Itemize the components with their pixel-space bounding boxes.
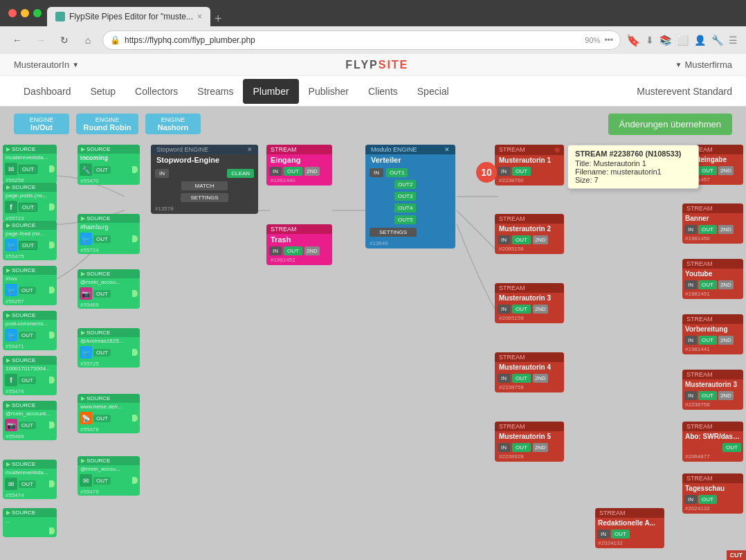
trash-in-btn[interactable]: IN (269, 246, 282, 255)
bookmark-icon[interactable]: 🔖 (626, 34, 640, 47)
chateingabe-2nd-btn[interactable]: 2ND (718, 166, 734, 175)
muster1-in-btn[interactable]: IN (498, 167, 510, 176)
redakt-out-btn[interactable]: OUT (611, 530, 630, 539)
stopword-in-btn[interactable]: IN (155, 169, 169, 178)
trash-2nd-btn[interactable]: 2ND (304, 246, 320, 255)
banner-2nd-btn[interactable]: 2ND (718, 225, 734, 234)
fb-icon: f (5, 201, 17, 213)
tagesschau-in-btn[interactable]: IN (684, 495, 697, 504)
url-text: https://flyphq.com/flyp_plumber.php (125, 35, 581, 45)
stopword-settings-btn[interactable]: SETTINGS (181, 193, 228, 202)
out-badge-1[interactable]: OUT (19, 165, 37, 174)
tab-close-btn[interactable]: × (197, 12, 202, 21)
forward-button[interactable]: → (32, 31, 50, 49)
rstream3-in-btn[interactable]: IN (684, 391, 697, 400)
tagesschau-out-btn[interactable]: OUT (698, 495, 717, 504)
engine-nashorn-btn[interactable]: ENGINE Nashorn (145, 114, 201, 134)
muster2-2nd-btn[interactable]: 2ND (533, 235, 548, 244)
verteiler-out3-btn[interactable]: OUT3 (394, 192, 416, 201)
home-button[interactable]: ⌂ (79, 31, 97, 49)
eingang-2nd-btn[interactable]: 2ND (304, 167, 320, 176)
muster3-in-btn[interactable]: IN (498, 305, 510, 314)
verteiler-in-btn[interactable]: IN (370, 168, 383, 177)
muster2-in-btn[interactable]: IN (498, 235, 510, 244)
verteiler-out2-btn[interactable]: OUT2 (394, 180, 416, 189)
traffic-light-red[interactable] (8, 9, 17, 17)
nav-collectors[interactable]: Collectors (125, 79, 188, 104)
source-header-2: ▶SOURCE (3, 183, 57, 192)
nav-clients[interactable]: Clients (358, 79, 408, 104)
active-tab[interactable]: FlypSite Pipes Editor for "muste... × (47, 7, 210, 26)
source-body-1: mustereventsta... (3, 154, 57, 161)
muster5-in-btn[interactable]: IN (498, 443, 510, 452)
tooltip-popup: STREAM #2238760 (N108533) Title: Mustera… (567, 145, 699, 189)
security-icon: 🔒 (110, 35, 120, 45)
chateingabe-out-btn[interactable]: OUT (698, 166, 717, 175)
traffic-light-green[interactable] (33, 9, 42, 17)
traffic-light-yellow[interactable] (21, 9, 29, 17)
verteiler-out4-btn[interactable]: OUT4 (394, 204, 416, 213)
nav-dashboard[interactable]: Dashboard (14, 79, 81, 104)
tooltip-filename: Filename: musterautorin1 (575, 168, 691, 176)
vorbereitung-in-btn[interactable]: IN (684, 336, 697, 345)
engine-roundrobin-btn[interactable]: ENGINE Round Robin (76, 114, 138, 134)
new-tab-button[interactable]: + (215, 12, 222, 26)
muster1-out-btn[interactable]: OUT (512, 167, 531, 176)
eingang-out-btn[interactable]: OUT (284, 167, 302, 176)
muster3-2nd-btn[interactable]: 2ND (533, 305, 548, 314)
nav-special[interactable]: Special (408, 79, 459, 104)
verteiler-out1-btn[interactable]: OUT1 (386, 168, 408, 177)
banner-in-btn[interactable]: IN (684, 225, 697, 234)
company-menu[interactable]: ▼ Musterfirma (675, 60, 732, 70)
stopword-match-btn[interactable]: MATCH (181, 181, 228, 190)
traffic-lights (8, 9, 42, 17)
nav-plumber[interactable]: Plumber (243, 79, 298, 104)
banner-out-btn[interactable]: OUT (698, 225, 717, 234)
more-icon[interactable]: ••• (604, 35, 613, 45)
muster5-out-btn[interactable]: OUT (512, 443, 531, 452)
youtube-in-btn[interactable]: IN (684, 280, 697, 289)
reload-button[interactable]: ↻ (55, 31, 73, 49)
engine-name-1: In/Out (21, 123, 62, 132)
vorbereitung-out-btn[interactable]: OUT (698, 336, 717, 345)
muster5-2nd-btn[interactable]: 2ND (533, 443, 548, 452)
source-icon-1: ✉ (5, 163, 17, 175)
verteiler-out5-btn[interactable]: OUT5 (394, 215, 416, 224)
engine-buttons: ENGINE In/Out ENGINE Round Robin ENGINE … (14, 114, 201, 134)
abo-out-btn[interactable]: OUT (722, 443, 741, 452)
verteiler-settings-btn[interactable]: SETTINGS (370, 228, 417, 237)
user-menu[interactable]: MusterautorIn ▼ (14, 60, 79, 70)
muster4-out-btn[interactable]: OUT (512, 374, 531, 383)
address-bar[interactable]: 🔒 https://flyphq.com/flyp_plumber.php 90… (102, 30, 621, 50)
user-dropdown-icon[interactable]: ▼ (72, 61, 79, 69)
download-icon[interactable]: ⬇ (646, 35, 654, 46)
youtube-2nd-btn[interactable]: 2ND (718, 280, 734, 289)
muster2-out-btn[interactable]: OUT (512, 235, 531, 244)
stream-musterautorin-1: STREAM⊕ Musterautorin 1 IN OUT #2238760 (495, 145, 564, 186)
engine-name-2: Round Robin (83, 123, 131, 132)
trash-out-btn[interactable]: OUT (284, 246, 302, 255)
nav-setup[interactable]: Setup (81, 79, 126, 104)
engine-inout-btn[interactable]: ENGINE In/Out (14, 114, 69, 134)
reader-icon[interactable]: ⬜ (677, 35, 689, 46)
rstream3-2nd-btn[interactable]: 2ND (718, 391, 734, 400)
vorbereitung-2nd-btn[interactable]: 2ND (718, 336, 734, 345)
eingang-in-btn[interactable]: IN (269, 167, 282, 176)
rstream3-out-btn[interactable]: OUT (698, 391, 717, 400)
redakt-in-btn[interactable]: IN (597, 530, 610, 539)
muster4-2nd-btn[interactable]: 2ND (533, 374, 548, 383)
history-icon[interactable]: 📚 (659, 35, 671, 46)
nav-publisher[interactable]: Publisher (299, 79, 358, 104)
back-button[interactable]: ← (8, 31, 26, 49)
stream-musterautorin-3: STREAM Musterautorin 3 IN OUT 2ND #20651… (495, 283, 564, 323)
extension-icon[interactable]: 🔧 (711, 35, 723, 46)
stopword-clean-btn[interactable]: CLEAN (227, 169, 254, 178)
muster3-out-btn[interactable]: OUT (512, 305, 531, 314)
muster4-in-btn[interactable]: IN (498, 374, 510, 383)
source-node-mein-bottom: ▶SOURCE @mein_accou... ✉ OUT #55479 (78, 456, 140, 496)
profile-icon[interactable]: 👤 (694, 35, 706, 46)
menu-icon[interactable]: ☰ (729, 35, 738, 46)
apply-changes-button[interactable]: Änderungen übernehmen (608, 114, 732, 135)
youtube-out-btn[interactable]: OUT (698, 280, 717, 289)
nav-streams[interactable]: Streams (188, 79, 243, 104)
